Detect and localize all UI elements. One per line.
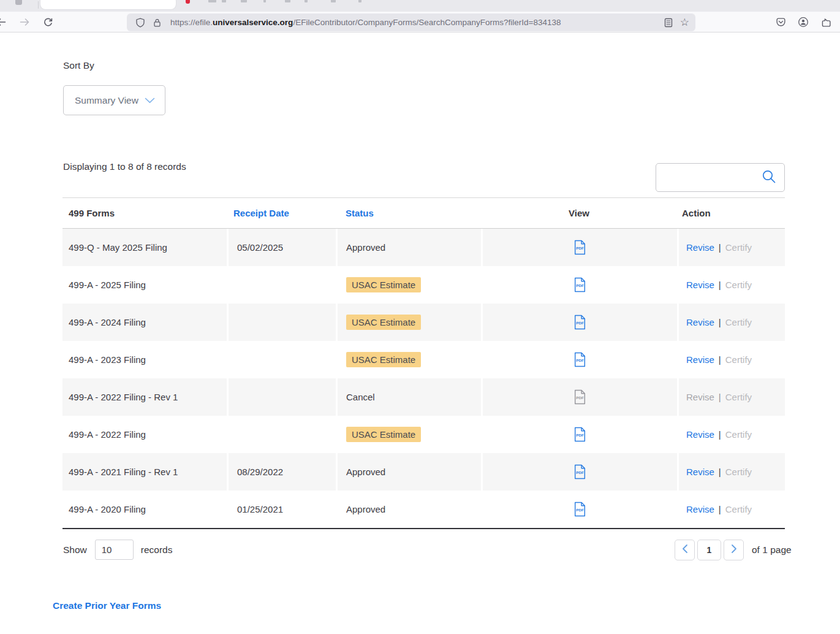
active-tab[interactable]: [40, 0, 176, 9]
url-scheme: https://efile.: [170, 18, 213, 27]
status-cell: USAC Estimate: [336, 266, 481, 304]
status-text: Cancel: [346, 392, 375, 402]
url-bar[interactable]: https://efile.universalservice.org/EFile…: [127, 13, 695, 31]
certify-link[interactable]: Certify: [725, 504, 752, 514]
status-badge: USAC Estimate: [346, 352, 421, 367]
certify-link[interactable]: Certify: [725, 317, 752, 327]
view-cell: PDF: [481, 229, 677, 266]
revise-link[interactable]: Revise: [686, 429, 714, 440]
status-cell: Approved: [336, 229, 481, 266]
revise-link[interactable]: Revise: [686, 317, 714, 327]
chevron-left-icon: [681, 544, 689, 556]
table-row: 499-A - 2025 Filing USAC Estimate PDF Re…: [62, 266, 785, 304]
status-badge: USAC Estimate: [346, 427, 421, 442]
svg-text:PDF: PDF: [576, 283, 584, 288]
form-name: 499-A - 2020 Filing: [62, 491, 227, 528]
pdf-icon[interactable]: PDF: [573, 277, 586, 292]
header-receipt-date[interactable]: Receipt Date: [227, 208, 336, 218]
revise-link[interactable]: Revise: [686, 280, 714, 290]
pagination: 1 of 1 page: [675, 540, 792, 560]
receipt-date: 01/25/2021: [227, 491, 336, 528]
pdf-icon[interactable]: PDF: [573, 502, 586, 517]
revise-link[interactable]: Revise: [686, 467, 714, 477]
revise-link[interactable]: Revise: [686, 504, 714, 514]
action-cell: Revise|Certify: [677, 416, 785, 453]
page-content: Sort By Summary View Displaying 1 to 8 o…: [0, 32, 840, 634]
action-separator: |: [719, 354, 721, 365]
pdf-icon[interactable]: PDF: [573, 315, 586, 330]
back-button[interactable]: [0, 16, 7, 28]
create-prior-year-forms-link[interactable]: Create Prior Year Forms: [53, 600, 161, 611]
status-cell: USAC Estimate: [336, 416, 481, 453]
reload-button[interactable]: [42, 16, 54, 28]
records-summary: Displaying 1 to 8 of 8 records: [63, 161, 186, 172]
tab-title-fragment: [263, 0, 266, 2]
forward-button[interactable]: [18, 16, 31, 28]
status-cell: Approved: [336, 491, 481, 528]
certify-link: Certify: [725, 392, 752, 402]
chevron-down-icon: [145, 95, 155, 106]
current-page-box[interactable]: 1: [697, 540, 721, 560]
lock-icon[interactable]: [153, 18, 162, 28]
page-size-input[interactable]: [95, 540, 134, 560]
pdf-icon[interactable]: PDF: [573, 427, 586, 442]
url-text[interactable]: https://efile.universalservice.org/EFile…: [170, 18, 664, 27]
pdf-icon[interactable]: PDF: [573, 240, 586, 255]
form-name: 499-A - 2022 Filing: [62, 416, 227, 453]
page-size-control: Show records: [63, 540, 172, 560]
certify-link[interactable]: Certify: [725, 354, 752, 365]
form-name: 499-Q - May 2025 Filing: [62, 229, 227, 266]
svg-text:PDF: PDF: [576, 508, 584, 512]
pocket-icon[interactable]: [774, 16, 787, 28]
status-badge: USAC Estimate: [346, 277, 421, 292]
pdf-icon: PDF: [573, 389, 586, 405]
url-domain: universalservice.org: [213, 18, 293, 27]
action-cell: Revise|Certify: [677, 341, 785, 378]
action-cell: Revise|Certify: [677, 491, 785, 528]
svg-text:PDF: PDF: [576, 246, 584, 250]
table-search-box: [656, 163, 785, 192]
tab-notification-dot: [186, 0, 190, 4]
reader-view-icon[interactable]: [664, 18, 673, 28]
url-path: /EFileContributor/CompanyForms/SearchCom…: [293, 18, 561, 27]
revise-link[interactable]: Revise: [686, 354, 714, 365]
revise-link[interactable]: Revise: [686, 242, 714, 253]
view-cell: PDF: [481, 378, 677, 416]
certify-link[interactable]: Certify: [725, 467, 752, 477]
receipt-date: 08/29/2022: [227, 453, 336, 491]
action-separator: |: [719, 467, 721, 477]
svg-text:PDF: PDF: [576, 358, 584, 362]
view-cell: PDF: [481, 304, 677, 341]
certify-link[interactable]: Certify: [725, 242, 752, 253]
certify-link[interactable]: Certify: [725, 429, 752, 440]
chevron-right-icon: [730, 544, 738, 556]
header-status[interactable]: Status: [336, 208, 481, 218]
certify-link[interactable]: Certify: [725, 280, 752, 290]
tab-title-fragment: [241, 0, 247, 2]
receipt-date: [227, 416, 336, 453]
next-page-button[interactable]: [724, 540, 744, 560]
table-row: 499-A - 2020 Filing 01/25/2021 Approved …: [62, 491, 785, 528]
receipt-date: 05/02/2025: [227, 229, 336, 266]
action-separator: |: [719, 392, 721, 402]
sort-view-dropdown[interactable]: Summary View: [63, 85, 165, 115]
svg-text:PDF: PDF: [576, 470, 584, 475]
view-cell: PDF: [481, 453, 677, 491]
status-badge: USAC Estimate: [346, 315, 421, 330]
search-icon[interactable]: [761, 169, 777, 187]
tab-title-fragment: [358, 0, 361, 2]
bookmark-star-icon[interactable]: ☆: [680, 17, 689, 28]
shield-icon[interactable]: [135, 18, 145, 28]
account-icon[interactable]: [797, 16, 809, 28]
previous-page-button[interactable]: [675, 540, 695, 560]
pdf-icon[interactable]: PDF: [573, 352, 586, 367]
status-cell: USAC Estimate: [336, 304, 481, 341]
tab-title-fragment: [285, 0, 290, 2]
extensions-icon[interactable]: [820, 16, 832, 28]
browser-window: https://efile.universalservice.org/EFile…: [0, 0, 840, 634]
tab-title-fragment: [222, 0, 226, 2]
pdf-icon[interactable]: PDF: [573, 464, 586, 479]
status-text: Approved: [346, 467, 385, 477]
search-input[interactable]: [662, 172, 761, 183]
action-cell: Revise|Certify: [677, 229, 785, 266]
